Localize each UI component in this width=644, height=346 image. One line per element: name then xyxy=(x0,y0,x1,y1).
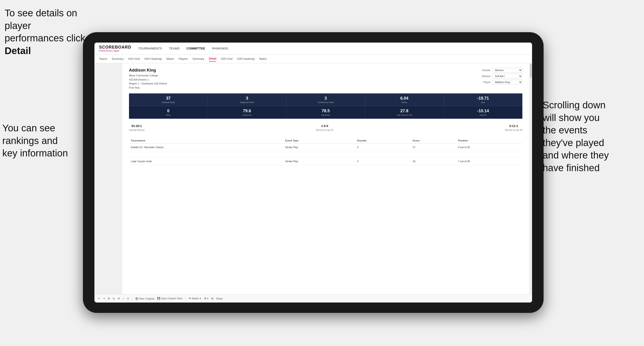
toolbar-add[interactable]: ⊕ xyxy=(108,297,110,300)
division-select[interactable]: NJCAA I xyxy=(492,74,522,78)
toolbar-remove[interactable]: ⊟ xyxy=(118,297,120,300)
stat-avg-score: 79.6 Avg Score xyxy=(208,106,286,119)
stat-sos: -19.71 SoS xyxy=(444,93,522,106)
stat-adj-score: 78.5 Adj Score xyxy=(286,106,365,119)
th-event-type: Event Type xyxy=(283,138,355,144)
tab-players[interactable]: Players xyxy=(178,56,188,61)
division-label: Division xyxy=(478,75,490,78)
toolbar-view-original[interactable]: 🖼 View: Original xyxy=(136,297,154,300)
toolbar-watch[interactable]: 👁 Watch ▾ xyxy=(189,297,201,300)
th-rounds: Rounds xyxy=(356,138,411,144)
tab-summary[interactable]: Summary xyxy=(112,56,124,61)
td-score-3: 16 xyxy=(411,158,456,165)
td-rounds-1: 2 xyxy=(356,144,411,151)
toolbar-sep1: | xyxy=(132,297,133,300)
tablet-frame: SCOREBOARD Powered by clippd TOURNAMENTS… xyxy=(83,32,544,313)
toolbar-redo[interactable]: ↪ xyxy=(103,297,105,300)
main-content[interactable]: Addison King Mesa Community College NJCA… xyxy=(122,63,529,294)
annotation-top-left: To see details on player performances cl… xyxy=(4,7,92,57)
nav-items: TOURNAMENTS TEAMS COMMITTEE RANKINGS xyxy=(138,46,228,51)
filter-division-row: Division NJCAA I xyxy=(478,74,522,78)
toolbar-save-custom[interactable]: 💾 Save Custom View xyxy=(157,297,182,300)
toolbar-sep2: | xyxy=(185,297,186,300)
tab-teams[interactable]: Teams xyxy=(99,56,107,61)
nav-committee[interactable]: COMMITTEE xyxy=(186,46,205,51)
table-row-empty xyxy=(129,151,522,158)
toolbar-share[interactable]: Share xyxy=(216,297,223,300)
td-event-type-3: Stroke Play xyxy=(283,158,355,165)
toolbar-plus[interactable]: + xyxy=(122,297,124,300)
toolbar-grid[interactable]: ⊞ xyxy=(211,297,213,300)
record-overall: 91-20-1 Overall Record xyxy=(129,124,144,132)
tablet-screen: SCOREBOARD Powered by clippd TOURNAMENTS… xyxy=(94,42,532,303)
player-region: Region 1 - Southwest (18) District xyxy=(129,82,167,86)
tab-h2h-grid[interactable]: H2H Grid xyxy=(128,56,140,61)
player-label: Player xyxy=(478,81,490,84)
stat-conference-rank: 3 Conference Rank xyxy=(286,93,365,106)
player-filters: Gender Women Division NJCAA I xyxy=(478,68,522,84)
gender-select[interactable]: Women xyxy=(492,68,522,72)
content-area: Addison King Mesa Community College NJCA… xyxy=(94,63,532,294)
toolbar-target[interactable]: ◎ xyxy=(113,297,115,300)
logo-sub: Powered by clippd xyxy=(99,50,131,52)
td-position-3: 7 out of 20 xyxy=(456,158,522,165)
stat-avg-score-to-par: 27.8 Avg Score to Par xyxy=(365,106,444,119)
td-tournament-3: Lady Coyote Invite xyxy=(129,158,283,165)
record-top25: 1-5-0 Record vs top 25 xyxy=(316,124,334,132)
toolbar-timer[interactable]: ⏱ xyxy=(127,297,129,300)
player-division: NJCAA Division 1 xyxy=(129,78,167,82)
stat-wins: 0 Wins xyxy=(129,106,208,119)
td-rounds-3: 2 xyxy=(356,158,411,165)
player-select[interactable]: Addison King xyxy=(492,80,522,84)
tab-summary2[interactable]: Summary xyxy=(192,56,204,61)
tab-h2h-heatmap2[interactable]: H2H Heatmap xyxy=(237,56,254,61)
th-tournament: Tournament xyxy=(129,138,283,144)
nav-rankings[interactable]: RANKINGS xyxy=(212,46,228,51)
player-year: First Year xyxy=(129,86,167,90)
toolbar-undo[interactable]: ↩ xyxy=(98,297,100,300)
secondary-tabs: Teams Summary H2H Grid H2H Heatmap Matri… xyxy=(94,54,532,63)
stats-grid-1: 37 National Rank 3 Regional Rank 3 Confe… xyxy=(129,93,522,106)
annotation-right: Scrolling down will show you the events … xyxy=(543,99,640,174)
player-name: Addison King xyxy=(129,68,167,73)
tab-h2h-grid2[interactable]: H2H Grid xyxy=(221,56,232,61)
records-row: 91-20-1 Overall Record 1-5-0 Record vs t… xyxy=(129,122,522,134)
nav-tournaments[interactable]: TOURNAMENTS xyxy=(138,46,162,51)
right-scrollbar[interactable] xyxy=(529,63,532,294)
player-school: Mesa Community College xyxy=(129,74,167,78)
td-score-1: 17 xyxy=(411,144,456,151)
tab-matrix2[interactable]: Matrix xyxy=(259,56,267,61)
logo-text: SCOREBOARD xyxy=(99,45,131,50)
tournament-table: Tournament Event Type Rounds Score Posit… xyxy=(129,138,522,165)
player-info: Addison King Mesa Community College NJCA… xyxy=(129,68,167,90)
th-score: Score xyxy=(411,138,456,144)
stat-national-rank: 37 National Rank xyxy=(129,93,208,106)
th-position: Position xyxy=(456,138,522,144)
tab-detail[interactable]: Detail xyxy=(209,56,216,62)
stat-regional-rank: 3 Regional Rank xyxy=(208,93,286,106)
stat-avg-sg: -10.14 Avg SG xyxy=(444,106,522,119)
tab-h2h-heatmap[interactable]: H2H Heatmap xyxy=(144,56,162,61)
td-tournament-1: Estella CC- Mountain Classic xyxy=(129,144,283,151)
top-nav: SCOREBOARD Powered by clippd TOURNAMENTS… xyxy=(94,42,532,54)
scroll-thumb[interactable] xyxy=(530,64,532,78)
filter-player-row: Player Addison King xyxy=(478,80,522,84)
filter-gender-row: Gender Women xyxy=(478,68,522,72)
logo-area: SCOREBOARD Powered by clippd xyxy=(99,45,131,52)
stats-grid-2: 0 Wins 79.6 Avg Score 78.5 Adj Score 27.… xyxy=(129,106,522,119)
td-position-1: 4 out of 20 xyxy=(456,144,522,151)
tab-matrix[interactable]: Matrix xyxy=(166,56,174,61)
gender-label: Gender xyxy=(478,69,490,72)
toolbar-screen[interactable]: 🖥 ▾ xyxy=(204,297,208,300)
player-header: Addison King Mesa Community College NJCA… xyxy=(129,68,522,90)
table-row[interactable]: Estella CC- Mountain Classic Stroke Play… xyxy=(129,144,522,151)
left-sidebar xyxy=(94,63,122,294)
bottom-toolbar: ↩ ↪ ⊕ ◎ ⊟ + ⏱ | 🖼 View: Original 💾 Save … xyxy=(94,294,532,303)
td-event-type-1: Stroke Play xyxy=(283,144,355,151)
record-top50: 5-11-1 Record vs top 50 xyxy=(505,124,522,132)
nav-teams[interactable]: TEAMS xyxy=(169,46,180,51)
annotation-bottom-left: You can see rankings and key information xyxy=(2,122,90,160)
stat-points: 6.04 Points xyxy=(365,93,444,106)
table-row[interactable]: Lady Coyote Invite Stroke Play 2 16 7 ou… xyxy=(129,158,522,165)
